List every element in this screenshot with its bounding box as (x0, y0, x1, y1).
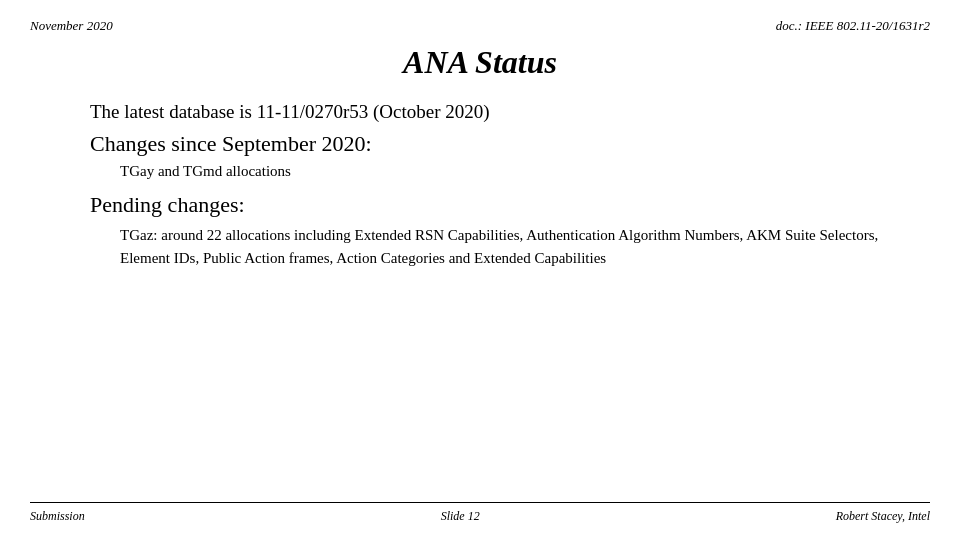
title-section: ANA Status (30, 44, 930, 81)
footer-submission: Submission (30, 509, 85, 524)
footer-slide-number: Slide 12 (441, 509, 480, 524)
pending-heading: Pending changes: (90, 192, 890, 218)
footer-bar: Submission Slide 12 Robert Stacey, Intel (30, 502, 930, 524)
header-doc-id: doc.: IEEE 802.11-20/1631r2 (776, 18, 930, 34)
footer-author: Robert Stacey, Intel (836, 509, 930, 524)
slide-container: November 2020 doc.: IEEE 802.11-20/1631r… (0, 0, 960, 540)
header-date: November 2020 (30, 18, 113, 34)
header-bar: November 2020 doc.: IEEE 802.11-20/1631r… (30, 18, 930, 34)
changes-item: TGay and TGmd allocations (90, 163, 890, 180)
database-line: The latest database is 11-11/0270r53 (Oc… (90, 101, 890, 123)
content-section: The latest database is 11-11/0270r53 (Oc… (30, 101, 930, 502)
pending-item: TGaz: around 22 allocations including Ex… (90, 224, 890, 271)
slide-title: ANA Status (30, 44, 930, 81)
changes-heading: Changes since September 2020: (90, 131, 890, 157)
